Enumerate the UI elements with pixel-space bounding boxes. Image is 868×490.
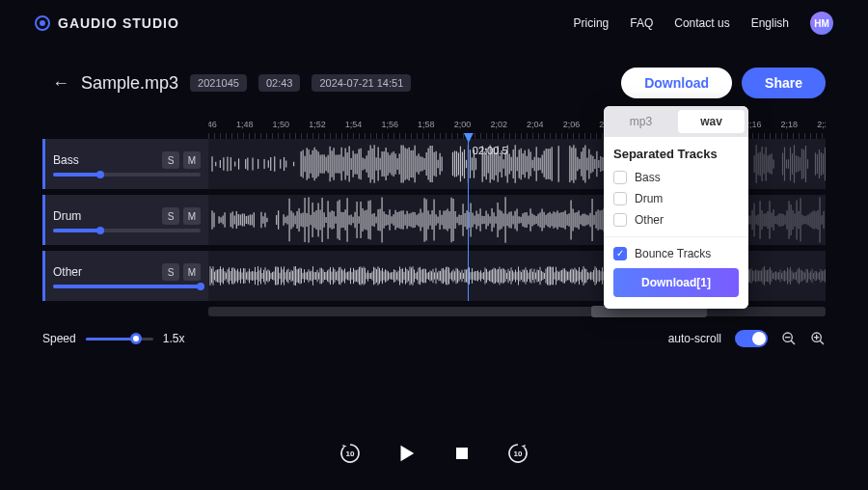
popover-item-label: Bass: [635, 171, 661, 184]
svg-line-1002: [820, 340, 824, 344]
volume-fill: [53, 229, 100, 232]
autoscroll-label: auto-scroll: [668, 332, 721, 345]
popover-divider: [604, 236, 748, 237]
mute-button[interactable]: M: [183, 151, 201, 169]
checkbox-bass-icon[interactable]: [613, 171, 627, 184]
track-title: Other: [53, 265, 82, 279]
nav-language[interactable]: English: [751, 16, 789, 30]
ruler-label: 2;18: [781, 120, 799, 129]
ruler-label: 1;52: [309, 120, 326, 129]
speed-label: Speed: [42, 332, 76, 345]
mute-button[interactable]: M: [183, 207, 201, 225]
autoscroll-toggle[interactable]: [735, 330, 768, 347]
nav-links: Pricing FAQ Contact us English HM: [574, 12, 833, 35]
share-button[interactable]: Share: [742, 68, 826, 98]
nav-contact[interactable]: Contact us: [674, 16, 729, 30]
solo-button[interactable]: S: [162, 207, 179, 225]
format-tab-mp3[interactable]: mp3: [608, 110, 674, 133]
ruler-label: 1;50: [273, 120, 290, 129]
popover-item-drum[interactable]: Drum: [613, 188, 739, 209]
volume-fill: [53, 173, 100, 177]
stop-icon[interactable]: [450, 442, 474, 465]
ruler-label: 1;54: [345, 120, 363, 129]
mute-button[interactable]: M: [183, 263, 201, 281]
track-head-drum: Drum S M: [42, 195, 208, 245]
zoom-in-icon[interactable]: [810, 331, 826, 346]
bottom-controls: Speed 1.5x auto-scroll: [0, 316, 868, 347]
popover-item-label: Bounce Tracks: [635, 247, 711, 260]
popover-item-label: Other: [635, 213, 664, 227]
brand-mark-icon: [35, 15, 50, 31]
file-name: Sample.mp3: [81, 73, 178, 94]
checkbox-other-icon[interactable]: [613, 213, 627, 227]
download-popover: mp3 wav Separated Tracks Bass Drum Other: [604, 106, 748, 309]
track-head-other: Other S M: [42, 251, 208, 301]
volume-slider[interactable]: [53, 173, 201, 177]
avatar[interactable]: HM: [810, 12, 833, 35]
popover-title: Separated Tracks: [613, 147, 739, 161]
back-arrow-icon[interactable]: ←: [52, 73, 69, 94]
zoom-out-icon[interactable]: [781, 331, 797, 346]
nav-pricing[interactable]: Pricing: [574, 16, 610, 30]
ruler-label: 2;02: [490, 120, 507, 129]
ruler-label: 2;00: [454, 120, 472, 129]
volume-slider[interactable]: [53, 285, 201, 288]
format-tab-wav[interactable]: wav: [678, 110, 745, 133]
popover-download-button[interactable]: Download[1]: [613, 268, 739, 297]
svg-rect-1005: [456, 448, 468, 459]
ruler-label: 2;20: [817, 120, 826, 129]
brand-text: GAUDIO STUDIO: [58, 15, 179, 31]
track-title: Bass: [53, 153, 79, 167]
skip-back-icon[interactable]: 10: [339, 442, 362, 465]
speed-slider-knob[interactable]: [130, 333, 142, 344]
ruler-label: 1;48: [236, 120, 254, 129]
transport-controls: 10 10: [339, 442, 529, 465]
top-nav: GAUDIO STUDIO Pricing FAQ Contact us Eng…: [0, 0, 868, 46]
track-title: Drum: [53, 209, 81, 223]
solo-button[interactable]: S: [162, 263, 179, 281]
popover-item-other[interactable]: Other: [613, 209, 739, 231]
skip-forward-icon[interactable]: 10: [506, 442, 529, 465]
ruler-label: 1;56: [381, 120, 398, 129]
ruler-label: 1;46: [208, 120, 217, 129]
brand: GAUDIO STUDIO: [35, 15, 179, 31]
popover-item-bass[interactable]: Bass: [613, 167, 739, 188]
track-head-bass: Bass S M: [42, 139, 208, 189]
file-header: ← Sample.mp3 2021045 02:43 2024-07-21 14…: [0, 46, 868, 116]
file-id-pill: 2021045: [190, 74, 247, 92]
skip-seconds: 10: [506, 442, 529, 465]
skip-seconds: 10: [339, 442, 362, 465]
ruler-label: 2;04: [527, 120, 544, 129]
ruler-label: 1;58: [418, 120, 435, 129]
solo-button[interactable]: S: [162, 151, 179, 169]
playhead[interactable]: 02:00.5: [468, 139, 469, 301]
speed-slider-fill: [86, 338, 137, 340]
playhead-time: 02:00.5: [473, 145, 508, 156]
file-duration-pill: 02:43: [258, 74, 301, 92]
file-created-pill: 2024-07-21 14:51: [312, 74, 411, 92]
play-icon[interactable]: [394, 442, 418, 465]
svg-line-999: [791, 340, 795, 344]
popover-item-label: Drum: [635, 192, 663, 205]
speed-slider[interactable]: [86, 338, 153, 340]
volume-slider[interactable]: [53, 229, 201, 232]
popover-item-bounce[interactable]: Bounce Tracks: [613, 243, 739, 264]
checkbox-drum-icon[interactable]: [613, 192, 627, 205]
checkbox-bounce-icon[interactable]: [613, 247, 627, 260]
speed-value: 1.5x: [163, 332, 185, 345]
ruler-label: 2;06: [563, 120, 581, 129]
nav-faq[interactable]: FAQ: [630, 16, 653, 30]
download-button[interactable]: Download: [621, 68, 732, 98]
volume-fill: [53, 285, 201, 288]
